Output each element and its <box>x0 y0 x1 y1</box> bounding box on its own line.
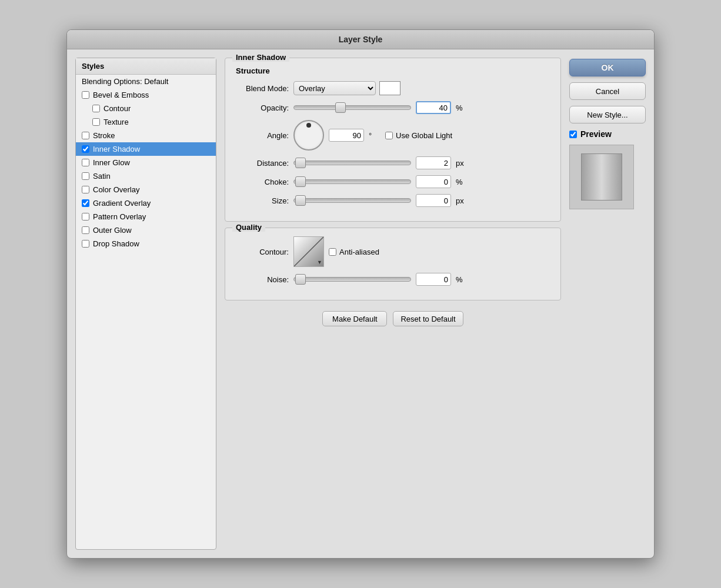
layer-style-dialog: Layer Style Styles Blending Options: Def… <box>66 29 655 559</box>
sidebar-title: Styles <box>76 58 216 75</box>
size-slider[interactable] <box>293 198 411 203</box>
distance-slider-thumb[interactable] <box>295 158 306 168</box>
blending-options-label: Blending Options: Default <box>82 77 168 86</box>
blend-mode-label: Blend Mode: <box>236 84 289 93</box>
inner-glow-checkbox[interactable] <box>82 159 89 166</box>
angle-label: Angle: <box>236 131 289 140</box>
inner-shadow-checkbox[interactable] <box>82 145 89 153</box>
preview-image <box>581 153 622 201</box>
opacity-slider-thumb[interactable] <box>335 102 346 113</box>
new-style-button[interactable]: New Style... <box>569 106 646 123</box>
distance-label: Distance: <box>236 159 289 168</box>
choke-slider[interactable] <box>293 179 411 184</box>
color-swatch[interactable] <box>379 81 400 95</box>
distance-unit: px <box>456 159 468 168</box>
size-slider-thumb[interactable] <box>295 195 306 206</box>
color-overlay-label: Color Overlay <box>93 185 139 194</box>
choke-input[interactable] <box>416 175 451 188</box>
noise-label: Noise: <box>236 275 289 284</box>
satin-checkbox[interactable] <box>82 172 89 180</box>
sidebar-item-pattern-overlay[interactable]: Pattern Overlay <box>76 210 216 223</box>
gradient-overlay-checkbox[interactable] <box>82 199 89 207</box>
sidebar: Styles Blending Options: Default Bevel &… <box>75 58 216 550</box>
make-default-button[interactable]: Make Default <box>322 311 387 326</box>
distance-row: Distance: px <box>236 156 550 169</box>
structure-section: Inner Shadow Structure Blend Mode: Overl… <box>225 58 561 222</box>
structure-label: Structure <box>236 66 550 75</box>
main-panel: Inner Shadow Structure Blend Mode: Overl… <box>225 58 561 550</box>
contour-checkbox[interactable] <box>92 105 100 112</box>
noise-slider[interactable] <box>293 277 411 282</box>
sidebar-item-color-overlay[interactable]: Color Overlay <box>76 183 216 196</box>
cancel-button[interactable]: Cancel <box>569 82 646 100</box>
noise-slider-thumb[interactable] <box>295 274 306 285</box>
size-unit: px <box>456 196 468 205</box>
choke-row: Choke: % <box>236 175 550 188</box>
sidebar-item-contour[interactable]: Contour <box>76 102 216 115</box>
anti-aliased-label: Anti-aliased <box>339 248 379 256</box>
quality-section: Quality Contour: <box>225 228 561 300</box>
distance-input[interactable] <box>416 156 451 169</box>
use-global-light-checkbox[interactable] <box>385 132 393 139</box>
distance-slider[interactable] <box>293 161 411 165</box>
bottom-buttons: Make Default Reset to Default <box>225 311 561 326</box>
sidebar-item-gradient-overlay[interactable]: Gradient Overlay <box>76 196 216 210</box>
angle-dial[interactable] <box>293 120 324 151</box>
contour-label: Contour: <box>236 248 289 256</box>
sidebar-item-outer-glow[interactable]: Outer Glow <box>76 223 216 237</box>
color-overlay-checkbox[interactable] <box>82 186 89 193</box>
noise-input[interactable] <box>416 273 451 286</box>
sidebar-item-inner-shadow[interactable]: Inner Shadow <box>76 142 216 156</box>
contour-row: Contour: ▼ <box>236 236 550 267</box>
choke-slider-thumb[interactable] <box>295 176 306 187</box>
pattern-overlay-label: Pattern Overlay <box>93 212 146 221</box>
stroke-label: Stroke <box>93 131 115 140</box>
dial-indicator <box>306 123 311 128</box>
section-title: Inner Shadow <box>232 53 289 62</box>
sidebar-item-stroke[interactable]: Stroke <box>76 129 216 142</box>
preview-checkbox[interactable] <box>569 131 577 138</box>
stroke-checkbox[interactable] <box>82 132 89 139</box>
preview-thumbnail <box>569 145 634 209</box>
anti-aliased-checkbox[interactable] <box>329 248 336 256</box>
drop-shadow-checkbox[interactable] <box>82 240 89 248</box>
angle-input[interactable] <box>329 129 364 142</box>
preview-row: Preview <box>569 129 646 139</box>
choke-unit: % <box>456 178 468 186</box>
pattern-overlay-checkbox[interactable] <box>82 213 89 220</box>
sidebar-item-texture[interactable]: Texture <box>76 115 216 129</box>
opacity-slider[interactable] <box>293 105 411 110</box>
inner-glow-label: Inner Glow <box>93 158 130 167</box>
sidebar-item-blending-options[interactable]: Blending Options: Default <box>76 75 216 88</box>
satin-label: Satin <box>93 172 111 181</box>
quality-label: Quality <box>232 223 265 232</box>
blend-mode-row: Blend Mode: Overlay Normal Multiply Scre… <box>236 81 550 95</box>
use-global-light-row: Use Global Light <box>385 131 452 140</box>
contour-dropdown-arrow: ▼ <box>317 259 322 265</box>
use-global-light-label: Use Global Light <box>396 131 452 140</box>
blend-mode-select[interactable]: Overlay Normal Multiply Screen <box>293 81 376 95</box>
bevel-emboss-checkbox[interactable] <box>82 91 89 99</box>
size-input[interactable] <box>416 194 451 207</box>
sidebar-item-bevel-emboss[interactable]: Bevel & Emboss <box>76 88 216 102</box>
sidebar-item-satin[interactable]: Satin <box>76 169 216 183</box>
sidebar-item-drop-shadow[interactable]: Drop Shadow <box>76 237 216 250</box>
ok-button[interactable]: OK <box>569 59 646 76</box>
inner-shadow-label: Inner Shadow <box>93 145 140 153</box>
bevel-emboss-label: Bevel & Emboss <box>93 91 149 99</box>
opacity-input[interactable] <box>416 101 451 114</box>
contour-label: Contour <box>104 104 131 113</box>
sidebar-item-inner-glow[interactable]: Inner Glow <box>76 156 216 169</box>
anti-aliased-row: Anti-aliased <box>329 248 379 256</box>
opacity-unit: % <box>456 103 468 112</box>
texture-checkbox[interactable] <box>92 118 100 126</box>
right-panel: OK Cancel New Style... Preview <box>569 58 646 550</box>
opacity-row: Opacity: % <box>236 101 550 114</box>
reset-to-default-button[interactable]: Reset to Default <box>393 311 463 326</box>
texture-label: Texture <box>104 118 129 126</box>
dialog-title: Layer Style <box>67 30 654 49</box>
outer-glow-checkbox[interactable] <box>82 226 89 234</box>
angle-row: Angle: ° Use Global Light <box>236 120 550 151</box>
contour-thumbnail[interactable]: ▼ <box>293 236 324 267</box>
blend-select-wrapper: Overlay Normal Multiply Screen <box>293 81 400 95</box>
